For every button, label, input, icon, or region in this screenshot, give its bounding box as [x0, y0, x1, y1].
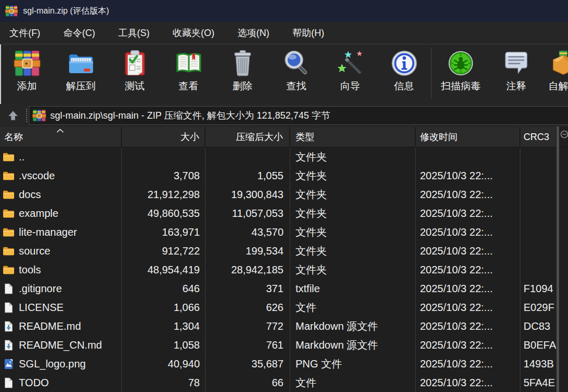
- table-row[interactable]: .gitignore 646 371 txtfile 2025/10/3 22:…: [0, 279, 568, 298]
- file-modified: 2025/10/3 22:...: [416, 185, 520, 204]
- view-button[interactable]: 查看: [162, 44, 215, 93]
- file-modified: 2025/10/3 22:...: [416, 336, 520, 354]
- file-crc: 1493B: [520, 354, 556, 373]
- file-size: 3,708: [122, 166, 206, 185]
- file-size: 78: [122, 373, 206, 392]
- add-button[interactable]: 添加: [0, 44, 54, 93]
- table-row[interactable]: .vscode 3,708 1,055 文件夹 2025/10/3 22:...: [0, 166, 568, 185]
- menu-file[interactable]: 文件(F): [9, 27, 40, 39]
- delete-trash-icon: [229, 50, 256, 77]
- file-name: source: [19, 245, 50, 257]
- table-row[interactable]: tools 48,954,419 28,942,185 文件夹 2025/10/…: [0, 260, 568, 279]
- up-directory-button[interactable]: [0, 109, 26, 122]
- table-row[interactable]: lite-manager 163,971 43,570 文件夹 2025/10/…: [0, 223, 568, 241]
- column-header-row: 名称 大小 压缩后大小 类型 修改时间 CRC3: [0, 127, 568, 147]
- column-header-modified[interactable]: 修改时间: [416, 127, 520, 147]
- file-name: README_CN.md: [19, 339, 102, 351]
- file-type: 文件夹: [290, 147, 416, 166]
- table-row[interactable]: source 912,722 199,534 文件夹 2025/10/3 22:…: [0, 241, 568, 260]
- file-size: 163,971: [122, 223, 206, 241]
- wizard-button[interactable]: 向导: [323, 44, 377, 93]
- sort-ascending-icon: [56, 129, 64, 133]
- column-header-type[interactable]: 类型: [290, 127, 416, 147]
- toolbar-button-label: 查找: [287, 79, 306, 93]
- menu-options[interactable]: 选项(N): [237, 27, 269, 39]
- file-type: 文件: [290, 298, 416, 317]
- info-button[interactable]: 信息: [377, 44, 431, 93]
- file-name: ..: [19, 151, 25, 163]
- file-size: 646: [122, 279, 206, 298]
- file-name: example: [19, 207, 59, 220]
- toolbar-button-label: 查看: [179, 79, 199, 93]
- table-row[interactable]: .. 文件夹: [0, 147, 568, 166]
- folder-icon: [3, 170, 15, 181]
- menu-favorites[interactable]: 收藏夹(O): [173, 27, 214, 39]
- folder-icon: [3, 264, 15, 275]
- table-row[interactable]: LICENSE 1,066 626 文件 2025/10/3 22:... E0…: [0, 298, 568, 317]
- address-grip[interactable]: [26, 109, 27, 122]
- table-row[interactable]: README_CN.md 1,058 761 Markdown 源文件 2025…: [0, 336, 568, 354]
- file-size: 1,304: [122, 317, 206, 336]
- file-packed-size: 11,057,053: [206, 204, 290, 223]
- file-crc: 5FA4E: [520, 373, 556, 392]
- table-row[interactable]: docs 21,912,298 19,300,843 文件夹 2025/10/3…: [0, 185, 568, 204]
- markdown-file-icon: [3, 340, 15, 351]
- file-modified: 2025/10/3 22:...: [416, 260, 520, 279]
- virus-scan-icon: [447, 50, 474, 77]
- extract-to-button[interactable]: 解压到: [54, 44, 108, 93]
- file-packed-size: 1,055: [206, 166, 290, 185]
- png-file-icon: [3, 359, 15, 370]
- file-modified: 2025/10/3 22:...: [416, 317, 520, 336]
- winrar-app-icon: [5, 5, 18, 17]
- toolbar-button-label: 注释: [506, 79, 526, 93]
- file-type: 文件夹: [290, 241, 416, 260]
- file-packed-size: 761: [206, 336, 290, 354]
- file-name: docs: [19, 189, 41, 201]
- file-packed-size: 43,570: [206, 223, 290, 241]
- virus-scan-button[interactable]: 扫描病毒: [431, 44, 490, 93]
- file-crc: DC83: [520, 317, 556, 336]
- toolbar-button-label: 解压到: [66, 79, 96, 93]
- find-button[interactable]: 查找: [269, 44, 323, 93]
- file-packed-size: 199,534: [206, 241, 290, 260]
- file-icon: [3, 283, 15, 294]
- table-row[interactable]: README.md 1,304 772 Markdown 源文件 2025/10…: [0, 317, 568, 336]
- sfx-button[interactable]: 自解压: [542, 44, 568, 93]
- delete-button[interactable]: 删除: [215, 44, 269, 93]
- extract-folder-icon: [67, 50, 95, 77]
- menu-tools[interactable]: 工具(S): [118, 27, 150, 39]
- vertical-scrollbar[interactable]: [556, 126, 559, 392]
- markdown-file-icon: [3, 321, 15, 332]
- file-name: lite-manager: [19, 226, 77, 238]
- menu-commands[interactable]: 命令(C): [63, 27, 95, 39]
- file-icon: [3, 302, 15, 313]
- toolbar-button-label: 信息: [394, 79, 414, 93]
- table-row[interactable]: example 49,860,535 11,057,053 文件夹 2025/1…: [0, 204, 568, 223]
- test-button[interactable]: 测试: [108, 44, 162, 93]
- menu-help[interactable]: 帮助(H): [292, 27, 324, 39]
- test-clipboard-icon: [121, 50, 149, 77]
- view-book-icon: [175, 50, 202, 77]
- title-bar: sgl-main.zip (评估版本): [0, 0, 568, 22]
- file-type: Markdown 源文件: [290, 336, 416, 354]
- wizard-wand-icon: [337, 50, 364, 77]
- file-modified: 2025/10/3 22:...: [416, 166, 520, 185]
- table-row[interactable]: SGL_logo.png 40,940 35,687 PNG 文件 2025/1…: [0, 354, 568, 373]
- file-crc: [520, 241, 556, 260]
- column-header-size[interactable]: 大小: [122, 127, 206, 147]
- file-type: 文件夹: [290, 223, 416, 241]
- address-field[interactable]: sgl-main.zip\sgl-main - ZIP 压缩文件, 解包大小为 …: [29, 106, 568, 125]
- folder-icon: [3, 152, 15, 163]
- column-header-packed-size[interactable]: 压缩后大小: [206, 127, 290, 147]
- table-row[interactable]: TODO 78 66 文件 2025/10/3 22:... 5FA4E: [0, 373, 568, 392]
- file-packed-size: 19,300,843: [206, 185, 290, 204]
- menu-bar: 文件(F) 命令(C) 工具(S) 收藏夹(O) 选项(N) 帮助(H): [0, 22, 568, 44]
- comment-button[interactable]: 注释: [490, 44, 542, 93]
- file-name: README.md: [19, 320, 81, 332]
- file-type: 文件夹: [290, 260, 416, 279]
- file-crc: [520, 185, 556, 204]
- file-crc: F1094: [520, 279, 556, 298]
- column-header-crc32[interactable]: CRC3: [520, 127, 556, 147]
- file-type: Markdown 源文件: [290, 317, 416, 336]
- file-crc: [520, 147, 556, 166]
